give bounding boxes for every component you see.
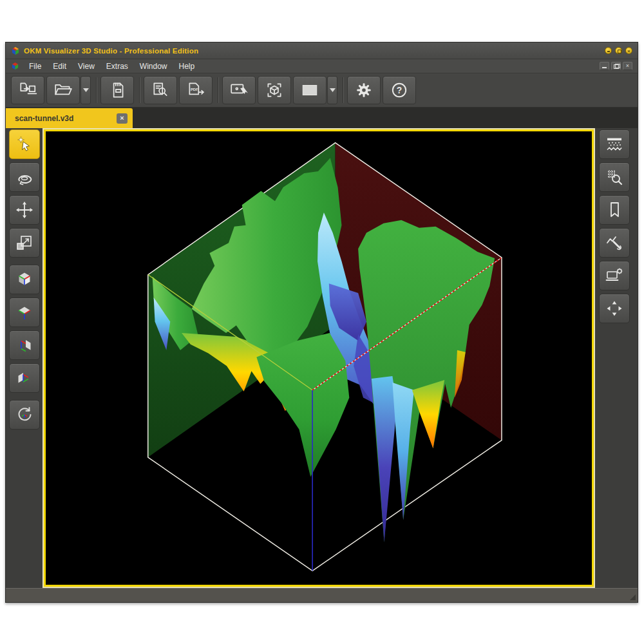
menu-view[interactable]: View: [72, 61, 100, 72]
menu-bar: File Edit View Extras Window Help ×: [6, 59, 638, 73]
menu-edit[interactable]: Edit: [47, 61, 72, 72]
device-settings-button[interactable]: [599, 261, 630, 290]
cube-axes-icon: [15, 270, 34, 289]
close-button[interactable]: ×: [623, 62, 632, 70]
plane-top-icon: [15, 303, 34, 322]
question-circle-icon: ?: [390, 80, 409, 100]
export-pdf-button[interactable]: PDF: [179, 76, 213, 104]
view-front-button[interactable]: [9, 363, 40, 393]
view-top-button[interactable]: [9, 298, 40, 327]
position-cross-icon: [605, 299, 624, 318]
gear-icon: [354, 80, 374, 100]
tab-strip: scan-tunnel.v3d ×: [6, 108, 638, 128]
document-search-icon: [151, 80, 170, 100]
menu-file[interactable]: File: [23, 61, 47, 72]
app-window: OKM Visualizer 3D Studio - Professional …: [5, 42, 638, 603]
tab-close-button[interactable]: ×: [117, 113, 128, 124]
bookmark-icon: [605, 200, 624, 220]
bookmarks-button[interactable]: [599, 195, 630, 225]
settings-button[interactable]: [347, 76, 381, 104]
scale-tool-button[interactable]: [9, 228, 40, 258]
scan-viewport[interactable]: [44, 129, 594, 587]
pdf-export-icon: PDF: [186, 80, 205, 100]
open-folder-icon: [53, 80, 73, 100]
main-toolbar: PDF: [6, 73, 638, 108]
background-color-button[interactable]: [293, 76, 327, 104]
resize-grip[interactable]: [630, 594, 636, 600]
help-button[interactable]: ?: [383, 76, 416, 104]
desktop: OKM Visualizer 3D Studio - Professional …: [0, 0, 644, 644]
menu-extras[interactable]: Extras: [100, 61, 134, 72]
laptop-gear-icon: [605, 266, 624, 285]
svg-text:?: ?: [397, 85, 402, 95]
grid-search-button[interactable]: [599, 162, 630, 192]
rotate-tool-button[interactable]: [9, 162, 40, 192]
window-title: OKM Visualizer 3D Studio - Professional …: [24, 47, 605, 55]
left-tool-rail: [6, 128, 43, 588]
import-scan-button[interactable]: [11, 76, 44, 104]
signal-wrench-icon: [605, 233, 624, 252]
theme-maximize-button[interactable]: [615, 47, 622, 54]
plane-front-icon: [15, 368, 34, 388]
pan-tool-button[interactable]: [9, 195, 40, 225]
save-memory-card-button[interactable]: [100, 76, 134, 104]
touch-input-button[interactable]: [222, 76, 256, 104]
theme-minimize-button[interactable]: [605, 47, 612, 54]
menu-logo-icon: [11, 62, 19, 70]
open-file-dropdown[interactable]: [80, 76, 91, 104]
background-color-dropdown[interactable]: [327, 76, 337, 104]
chevron-down-icon: [330, 88, 336, 92]
resize-icon: [15, 233, 34, 252]
grid-magnifier-icon: [605, 167, 624, 187]
window-buttons: ×: [600, 62, 632, 70]
plane-side-icon: [15, 336, 34, 355]
cube-brackets-icon: [265, 80, 284, 100]
menu-help[interactable]: Help: [173, 61, 201, 72]
scan-3d-scene: [46, 131, 592, 585]
menu-window[interactable]: Window: [134, 61, 173, 72]
app-logo-icon: [11, 46, 20, 55]
reset-rotation-icon: [15, 405, 34, 424]
report-preview-button[interactable]: [144, 76, 177, 104]
view-3d-button[interactable]: [258, 76, 291, 104]
right-tool-rail: [595, 128, 638, 588]
move-arrows-icon: [15, 200, 34, 220]
toolbar-separator: [139, 77, 140, 103]
restore-button[interactable]: [611, 62, 621, 70]
select-tool-button[interactable]: [9, 129, 40, 159]
sparkle-cursor-icon: [15, 135, 34, 154]
chevron-down-icon: [83, 88, 89, 92]
view-3d-perspective-button[interactable]: [9, 265, 40, 294]
document-to-device-icon: [18, 80, 37, 100]
status-bar: [6, 588, 638, 602]
open-file-button[interactable]: [46, 76, 80, 104]
view-side-button[interactable]: [9, 330, 40, 360]
svg-text:PDF: PDF: [191, 88, 198, 91]
sd-card-icon: [108, 80, 127, 100]
tab-scan-tunnel[interactable]: scan-tunnel.v3d ×: [6, 108, 133, 128]
signal-correction-button[interactable]: [599, 228, 630, 258]
tablet-touch-icon: [229, 80, 249, 100]
reset-view-button[interactable]: [9, 400, 40, 430]
viewport-frame: [43, 128, 595, 588]
toolbar-separator: [218, 77, 219, 103]
toolbar-separator: [96, 77, 97, 103]
toolbar-separator: [343, 77, 344, 103]
theme-buttons: [605, 47, 632, 54]
minimize-button[interactable]: [600, 62, 609, 70]
ground-level-button[interactable]: [599, 129, 630, 159]
title-bar[interactable]: OKM Visualizer 3D Studio - Professional …: [6, 43, 638, 59]
ground-layers-icon: [605, 135, 624, 154]
theme-close-button[interactable]: [625, 47, 632, 54]
rotate-orbit-icon: [15, 167, 34, 187]
content-area: [6, 128, 638, 588]
position-control-button[interactable]: [599, 294, 630, 323]
color-swatch-icon: [300, 80, 319, 100]
menu-items: File Edit View Extras Window Help: [23, 61, 600, 72]
tab-label: scan-tunnel.v3d: [15, 114, 117, 123]
